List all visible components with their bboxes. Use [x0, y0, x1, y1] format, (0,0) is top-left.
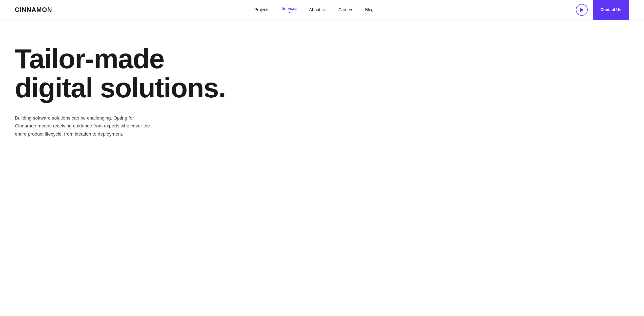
nav-link-blog[interactable]: Blog: [365, 7, 374, 12]
nav-link-services[interactable]: Services: [281, 6, 297, 11]
nav-item-services: Services: [281, 6, 297, 13]
nav-link-careers[interactable]: Careers: [338, 7, 353, 12]
contact-button[interactable]: Contact Us: [593, 0, 629, 20]
nav-item-projects: Projects: [254, 7, 270, 12]
nav-right: Contact Us: [576, 0, 629, 20]
hero-title-line1: Tailor-made: [15, 43, 164, 74]
nav-item-careers: Careers: [338, 7, 353, 12]
play-icon: [580, 8, 584, 12]
nav-link-projects[interactable]: Projects: [254, 7, 270, 12]
play-button[interactable]: [576, 4, 588, 16]
brand-logo[interactable]: CINNAMON: [15, 6, 52, 13]
active-indicator: [289, 12, 290, 13]
hero-section: Tailor-made digital solutions. Building …: [0, 20, 346, 158]
nav-item-blog: Blog: [365, 7, 374, 12]
nav-links: Projects Services About Us Careers Blog: [254, 6, 374, 13]
navbar: CINNAMON Projects Services About Us Care…: [0, 0, 644, 20]
hero-title-line2: digital solutions.: [15, 72, 226, 103]
nav-item-about: About Us: [309, 7, 326, 12]
hero-title: Tailor-made digital solutions.: [15, 44, 331, 102]
hero-subtitle: Building software solutions can be chall…: [15, 114, 153, 138]
nav-link-about[interactable]: About Us: [309, 7, 326, 12]
